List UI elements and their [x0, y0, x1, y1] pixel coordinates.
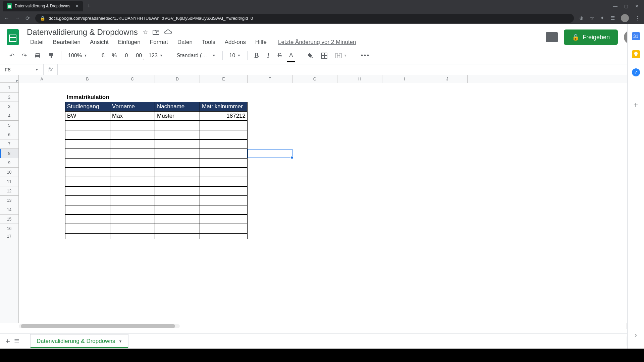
row-header[interactable]: 2 [0, 93, 18, 102]
row-header[interactable]: 14 [0, 205, 18, 215]
minimize-icon[interactable]: — [613, 4, 618, 9]
font-dropdown[interactable]: Standard (…▼ [174, 51, 218, 60]
star-icon[interactable]: ☆ [143, 28, 148, 36]
decrease-decimal-button[interactable]: .0← [121, 51, 130, 60]
number-format-dropdown[interactable]: 123▼ [146, 51, 166, 60]
table-cell[interactable] [110, 196, 155, 205]
table-cell[interactable] [200, 130, 248, 139]
table-cell[interactable] [200, 215, 248, 224]
hide-side-panel-icon[interactable]: › [635, 331, 637, 339]
table-cell[interactable] [200, 224, 248, 233]
table-cell[interactable] [155, 158, 200, 168]
add-addon-icon[interactable]: + [633, 100, 638, 110]
percent-button[interactable]: % [110, 51, 119, 60]
table-cell[interactable] [65, 224, 110, 233]
strikethrough-button[interactable]: S [275, 50, 284, 61]
select-all-corner[interactable] [0, 75, 19, 83]
paint-format-button[interactable] [46, 50, 57, 61]
forward-button[interactable]: → [15, 15, 20, 21]
sheet-menu-icon[interactable]: ▼ [118, 339, 122, 343]
zoom-dropdown[interactable]: 100%▼ [65, 51, 90, 60]
table-cell[interactable] [200, 196, 248, 205]
column-header[interactable]: B [65, 75, 110, 83]
row-header[interactable]: 12 [0, 186, 18, 196]
column-header[interactable]: G [292, 75, 337, 83]
tasks-icon[interactable]: ✓ [632, 68, 640, 76]
table-cell[interactable] [110, 149, 155, 158]
row-header[interactable]: 4 [0, 111, 18, 121]
table-cell[interactable] [155, 121, 200, 130]
menu-tools[interactable]: Tools [199, 38, 219, 47]
row-header[interactable]: 5 [0, 121, 18, 130]
table-cell[interactable] [155, 196, 200, 205]
table-cell[interactable] [110, 121, 155, 130]
menu-help[interactable]: Hilfe [252, 38, 270, 47]
name-box[interactable]: F8 ▼ [0, 64, 44, 75]
table-cell[interactable] [155, 149, 200, 158]
browser-tab[interactable]: ▦ Datenvalidierung & Dropdowns ✕ [3, 1, 83, 11]
table-cell[interactable] [65, 158, 110, 168]
zoom-icon[interactable]: ⊕ [579, 15, 584, 21]
menu-edit[interactable]: Bearbeiten [50, 38, 84, 47]
table-cell[interactable] [200, 158, 248, 168]
merge-cells-button[interactable]: ▼ [332, 51, 350, 60]
row-header[interactable]: 3 [0, 102, 18, 111]
row-header[interactable]: 16 [0, 224, 18, 233]
table-cell[interactable] [200, 177, 248, 186]
table-cell[interactable] [65, 205, 110, 215]
table-cell[interactable] [200, 168, 248, 177]
table-cell[interactable] [65, 215, 110, 224]
table-cell[interactable] [200, 121, 248, 130]
table-cell[interactable] [110, 130, 155, 139]
table-cell[interactable]: BW [65, 111, 110, 121]
table-cell[interactable] [155, 224, 200, 233]
row-header[interactable]: 7 [0, 139, 18, 149]
last-edit-link[interactable]: Letzte Änderung vor 2 Minuten [278, 39, 356, 46]
table-cell[interactable] [110, 215, 155, 224]
column-header[interactable]: E [200, 75, 248, 83]
table-cell[interactable] [65, 177, 110, 186]
row-header[interactable]: 10 [0, 168, 18, 177]
new-tab-button[interactable]: + [87, 3, 91, 10]
sheet-tab[interactable]: Datenvalidierung & Dropdowns ▼ [30, 334, 128, 348]
table-cell[interactable] [110, 233, 155, 239]
extensions-icon[interactable]: ✦ [600, 15, 604, 21]
table-cell[interactable] [65, 196, 110, 205]
menu-insert[interactable]: Einfügen [115, 38, 144, 47]
table-header-cell[interactable]: Matrikelnummer [200, 102, 248, 111]
table-cell[interactable] [155, 130, 200, 139]
table-cell[interactable]: Muster [155, 111, 200, 121]
table-cell[interactable] [65, 149, 110, 158]
keep-icon[interactable] [632, 50, 640, 58]
close-tab-icon[interactable]: ✕ [75, 3, 79, 9]
cloud-status-icon[interactable] [164, 29, 172, 35]
table-cell[interactable] [110, 186, 155, 196]
table-cell[interactable] [110, 158, 155, 168]
undo-button[interactable]: ↶ [7, 50, 17, 61]
bookmark-icon[interactable]: ☆ [590, 15, 594, 21]
table-cell[interactable] [110, 205, 155, 215]
more-toolbar-button[interactable]: ••• [358, 50, 373, 61]
table-cell[interactable]: Max [110, 111, 155, 121]
table-cell[interactable] [200, 186, 248, 196]
column-header[interactable]: C [110, 75, 155, 83]
table-cell[interactable] [110, 224, 155, 233]
table-cell[interactable] [65, 233, 110, 239]
menu-file[interactable]: Datei [27, 38, 47, 47]
table-header-cell[interactable]: Nachname [155, 102, 200, 111]
table-cell[interactable] [200, 205, 248, 215]
share-button[interactable]: 🔒 Freigeben [564, 29, 618, 45]
redo-button[interactable]: ↷ [19, 50, 30, 61]
table-cell[interactable] [200, 233, 248, 239]
all-sheets-button[interactable]: ☰ [14, 338, 19, 345]
table-cell[interactable] [155, 139, 200, 149]
table-cell[interactable] [155, 186, 200, 196]
move-icon[interactable] [153, 29, 159, 35]
table-cell[interactable] [200, 139, 248, 149]
fill-color-button[interactable] [304, 50, 316, 61]
row-header[interactable]: 15 [0, 215, 18, 224]
menu-data[interactable]: Daten [174, 38, 196, 47]
italic-button[interactable]: I [264, 50, 273, 61]
menu-view[interactable]: Ansicht [87, 38, 112, 47]
table-cell[interactable] [65, 168, 110, 177]
